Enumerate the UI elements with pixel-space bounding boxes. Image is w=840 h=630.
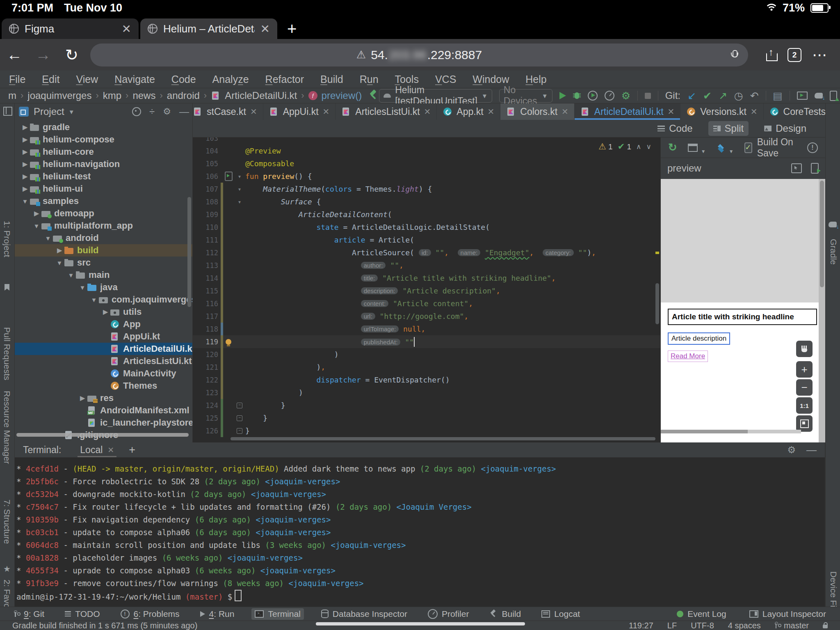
file-encoding[interactable]: UTF-8 (691, 621, 714, 630)
tree-row[interactable]: ▼samples (15, 195, 192, 207)
code-line[interactable]: 107▾ MaterialTheme(colors = Themes.light… (193, 183, 660, 195)
bookmark-icon[interactable] (5, 284, 9, 291)
tree-row[interactable]: ▶helium-navigation (15, 158, 192, 170)
terminal-tab-local[interactable]: Local✕ (78, 442, 116, 457)
menu-window[interactable]: Window (472, 73, 509, 85)
code-line[interactable]: 120 ) (193, 348, 660, 361)
code-line[interactable]: 124− } (193, 399, 660, 412)
code-line[interactable]: 122 dispatcher = EventDispatcher() (193, 373, 660, 386)
tree-row[interactable]: ▶helium-test (15, 170, 192, 183)
bottom-bar-database-inspector[interactable]: Database Inspector (318, 608, 411, 620)
code-line[interactable]: 116 content: "Article content", (193, 297, 660, 310)
breadcrumb-item[interactable]: android (167, 90, 200, 101)
tree-row[interactable]: ▼src (15, 257, 192, 269)
run-preview-gutter-icon[interactable] (223, 172, 234, 181)
project-structure-icon[interactable]: ▤ (773, 91, 783, 101)
code-line[interactable]: 113 author: "", (193, 259, 660, 272)
pan-button[interactable] (796, 341, 813, 357)
avd-manager-icon[interactable] (797, 92, 808, 100)
run-preview-icon[interactable] (225, 172, 233, 181)
bottom-bar-event-log[interactable]: Event Log (673, 608, 730, 620)
menu-tools[interactable]: Tools (395, 73, 419, 85)
editor-tab[interactable]: CoreTests.kt✕ (764, 103, 825, 120)
code-line[interactable]: 110 state = ArticleDetailLogic.DetailSta… (193, 221, 660, 234)
chevron-down-icon[interactable]: ▼ (21, 198, 30, 205)
chevron-down-icon[interactable]: ▼ (55, 259, 64, 266)
stop-button[interactable] (645, 93, 651, 99)
tab-switcher-button[interactable]: 2 (788, 48, 801, 62)
code-line[interactable]: 114 title: "Article title with striking … (193, 272, 660, 284)
browser-tab[interactable]: Figma✕ (2, 18, 139, 39)
share-icon[interactable] (766, 49, 777, 61)
inspection-widget[interactable]: ⚠ 1 ✔ 1 ∧ ∨ (598, 142, 651, 151)
hide-panel-icon[interactable]: — (179, 106, 189, 117)
home-indicator[interactable] (316, 622, 525, 625)
locate-file-icon[interactable] (132, 107, 141, 116)
mic-icon[interactable] (731, 50, 737, 60)
tree-row[interactable]: ic_launcher-playstore.png (15, 417, 192, 429)
toolwindow-button-resource-manager[interactable]: Resource Manager (2, 391, 12, 464)
bottom-bar-logcat[interactable]: Logcat (538, 608, 583, 620)
reload-button[interactable]: ↻ (57, 46, 86, 64)
run-configuration-select[interactable]: Helium [testDebugUnitTest]▼ (379, 89, 492, 103)
terminal-output[interactable]: * 4cefd1d - (HEAD -> master, origin/mast… (15, 458, 825, 603)
new-tab-button[interactable]: + (287, 18, 297, 39)
rollback-icon[interactable]: ↶ (750, 91, 759, 101)
tree-row[interactable]: ▶build (15, 244, 192, 257)
code-line[interactable]: 125− } (193, 412, 660, 424)
preview-vscrollbar[interactable] (819, 179, 825, 442)
code-line[interactable]: 123 ) (193, 386, 660, 399)
code-line[interactable]: 111 article = Article( (193, 234, 660, 246)
url-bar[interactable]: ⚠ 54.203.96.229:8887 (90, 44, 748, 66)
intention-bulb-icon[interactable] (223, 339, 234, 345)
device-manager-icon[interactable] (830, 91, 837, 101)
chevron-down-icon[interactable]: ▼ (89, 296, 98, 303)
chevron-right-icon[interactable]: ▶ (21, 160, 30, 168)
chevron-down-icon[interactable]: ▼ (66, 272, 75, 279)
editor-tab[interactable]: ArticleDetailUi.kt✕ (575, 103, 680, 120)
tree-row[interactable]: ▶gradle (15, 121, 192, 133)
layout-options-icon[interactable] (688, 144, 698, 152)
code-line[interactable]: 103 (193, 137, 660, 144)
close-icon[interactable]: ✕ (751, 107, 758, 117)
editor-tab[interactable]: ArticlesListUi.kt✕ (336, 103, 437, 120)
minimize-terminal-icon[interactable]: — (806, 444, 817, 456)
tree-row[interactable]: ▶helium-compose (15, 133, 192, 146)
info-icon[interactable]: ! (807, 142, 818, 153)
bottom-bar-git[interactable]: 9: Git (11, 608, 48, 620)
tree-scrollbar[interactable] (187, 197, 191, 307)
code-line[interactable]: 112 ArticleSource( id: "", name: "Engadg… (193, 246, 660, 259)
editor-tab[interactable]: stCase.kt✕ (193, 103, 263, 120)
toolwindow-button-7-structure[interactable]: 7: Structure (2, 499, 12, 544)
interactive-preview-icon[interactable] (791, 163, 802, 173)
close-icon[interactable]: ✕ (668, 107, 675, 117)
tree-row[interactable]: Themes (15, 380, 192, 392)
code-line[interactable]: 115 description: "Article description", (193, 284, 660, 297)
zoom-to-fit-button[interactable] (796, 415, 813, 432)
git-branch-widget[interactable]: master (775, 621, 809, 630)
chevron-right-icon[interactable]: ▶ (21, 173, 30, 180)
fold-marker[interactable]: − (234, 403, 245, 408)
close-icon[interactable]: ✕ (562, 107, 568, 117)
bottom-bar-build[interactable]: Build (486, 608, 524, 620)
browser-menu-icon[interactable]: ⋯ (812, 46, 828, 64)
build-hammer-icon[interactable] (368, 90, 379, 101)
code-line[interactable]: 109 ArticleDetailContent( (193, 208, 660, 221)
tree-row[interactable]: AppUi.kt (15, 330, 192, 343)
close-icon[interactable]: ✕ (424, 107, 431, 117)
chevron-right-icon[interactable]: ▶ (32, 210, 41, 217)
chevron-down-icon[interactable]: ▼ (43, 235, 52, 242)
menu-vcs[interactable]: VCS (435, 73, 456, 85)
editor-tab[interactable]: AppUi.kt✕ (263, 103, 336, 120)
bottom-bar-todo[interactable]: TODO (62, 608, 103, 620)
back-button[interactable]: ← (0, 46, 29, 64)
code-line[interactable]: 126−} (193, 424, 660, 437)
editor-tab[interactable]: App.kt✕ (437, 103, 500, 120)
close-icon[interactable]: ✕ (323, 107, 330, 117)
breadcrumb-item[interactable]: joaquimverges (27, 90, 91, 101)
tree-row[interactable]: ArticlesListUi.kt (15, 355, 192, 367)
lightbulb-icon[interactable] (226, 339, 231, 345)
favorites-star-icon[interactable]: ★ (3, 564, 11, 574)
code-line[interactable]: 105@Composable (193, 157, 660, 170)
close-icon[interactable]: ✕ (250, 107, 257, 117)
